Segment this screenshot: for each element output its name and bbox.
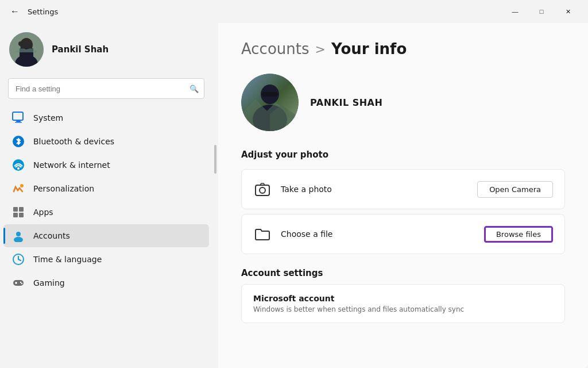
svg-point-25 xyxy=(20,282,21,283)
camera-icon xyxy=(253,180,272,198)
svg-point-33 xyxy=(260,187,265,193)
choose-file-left: Choose a file xyxy=(253,225,333,243)
microsoft-account-title: Microsoft account xyxy=(253,294,553,303)
sidebar-item-bluetooth[interactable]: Bluetooth & devices xyxy=(3,130,209,153)
microsoft-account-desc: Windows is better when settings and file… xyxy=(253,305,553,313)
apps-icon xyxy=(11,205,25,219)
folder-icon xyxy=(253,225,272,243)
sidebar-item-accounts[interactable]: Accounts xyxy=(3,224,209,247)
browse-files-button[interactable]: Browse files xyxy=(484,226,553,243)
svg-point-18 xyxy=(14,237,23,242)
minimize-button[interactable]: — xyxy=(502,2,528,21)
svg-point-12 xyxy=(20,184,24,187)
svg-rect-5 xyxy=(13,112,23,120)
sidebar-item-apps[interactable]: Apps xyxy=(3,201,209,224)
take-photo-label: Take a photo xyxy=(281,185,332,194)
sidebar-user-profile[interactable]: Pankil Shah xyxy=(0,23,212,76)
content-area: Pankil Shah 🔍 xyxy=(0,23,588,368)
svg-rect-7 xyxy=(16,121,21,122)
settings-window: ← Settings — □ ✕ xyxy=(0,0,588,368)
system-icon xyxy=(11,111,25,125)
account-settings-section: Account settings Microsoft account Windo… xyxy=(241,268,565,323)
sidebar-label-accounts: Accounts xyxy=(33,231,70,240)
search-input[interactable] xyxy=(8,78,204,99)
sidebar-label-bluetooth: Bluetooth & devices xyxy=(33,137,114,146)
network-icon xyxy=(11,158,25,172)
breadcrumb-current: Your info xyxy=(331,40,407,57)
account-settings-title: Account settings xyxy=(241,268,565,278)
gaming-icon xyxy=(11,276,25,290)
avatar-image xyxy=(9,32,44,67)
svg-point-26 xyxy=(21,283,22,284)
take-photo-card: Take a photo Open Camera xyxy=(241,169,565,209)
open-camera-button[interactable]: Open Camera xyxy=(477,181,553,198)
sidebar-item-gaming[interactable]: Gaming xyxy=(3,271,209,294)
main-panel: Accounts > Your info xyxy=(218,23,588,368)
nav-list: System Bluetooth & devices xyxy=(0,106,212,295)
svg-rect-6 xyxy=(13,120,23,120)
sidebar-label-system: System xyxy=(33,113,63,122)
window-controls: — □ ✕ xyxy=(502,2,581,21)
svg-line-21 xyxy=(18,259,21,260)
sidebar-scrollbar-thumb xyxy=(214,145,216,174)
sidebar-label-apps: Apps xyxy=(33,208,53,217)
sidebar-label-time: Time & language xyxy=(33,255,102,264)
take-photo-left: Take a photo xyxy=(253,180,332,198)
svg-rect-15 xyxy=(13,213,18,217)
choose-file-card: Choose a file Browse files xyxy=(241,214,565,254)
time-icon xyxy=(11,252,25,266)
breadcrumb-separator: > xyxy=(315,42,326,56)
svg-rect-32 xyxy=(256,185,269,195)
svg-point-4 xyxy=(18,41,23,46)
accounts-icon xyxy=(11,229,25,243)
adjust-photo-section: Adjust your photo Take a photo xyxy=(241,150,565,254)
sidebar-item-system[interactable]: System xyxy=(3,106,209,129)
profile-name: PANKIL SHAH xyxy=(310,97,382,108)
sidebar-label-personalization: Personalization xyxy=(33,184,94,193)
svg-point-17 xyxy=(16,232,21,236)
svg-rect-13 xyxy=(13,207,18,212)
choose-file-label: Choose a file xyxy=(281,229,333,239)
microsoft-account-card: Microsoft account Windows is better when… xyxy=(241,284,565,323)
sidebar-item-time[interactable]: Time & language xyxy=(3,248,209,271)
back-button[interactable]: ← xyxy=(7,3,23,20)
breadcrumb: Accounts > Your info xyxy=(241,40,565,57)
profile-section: PANKIL SHAH xyxy=(241,74,565,131)
sidebar: Pankil Shah 🔍 xyxy=(0,23,212,368)
svg-point-11 xyxy=(17,167,20,170)
search-box: 🔍 xyxy=(8,78,204,99)
svg-rect-16 xyxy=(19,213,24,217)
adjust-photo-title: Adjust your photo xyxy=(241,150,565,160)
sidebar-scrollbar xyxy=(214,28,217,363)
sidebar-label-gaming: Gaming xyxy=(33,278,65,288)
sidebar-item-network[interactable]: Network & internet xyxy=(3,154,209,177)
svg-rect-14 xyxy=(19,207,24,212)
title-bar: ← Settings — □ ✕ xyxy=(0,0,588,23)
maximize-button[interactable]: □ xyxy=(528,2,555,21)
sidebar-label-network: Network & internet xyxy=(33,160,110,170)
bluetooth-icon xyxy=(11,135,25,148)
sidebar-item-personalization[interactable]: Personalization xyxy=(3,177,209,200)
close-button[interactable]: ✕ xyxy=(555,2,581,21)
personalization-icon xyxy=(11,182,25,195)
main-avatar xyxy=(241,74,299,131)
window-title: Settings xyxy=(28,7,58,16)
main-avatar-image xyxy=(241,74,299,131)
svg-rect-31 xyxy=(262,92,278,97)
svg-rect-8 xyxy=(15,122,22,123)
breadcrumb-parent: Accounts xyxy=(241,40,310,57)
sidebar-avatar xyxy=(9,32,44,67)
sidebar-username: Pankil Shah xyxy=(52,44,109,55)
